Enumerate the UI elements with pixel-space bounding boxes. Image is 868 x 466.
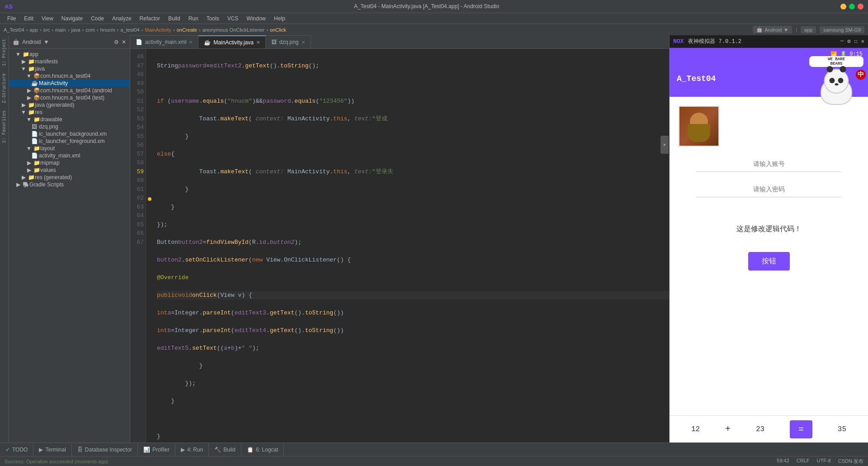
code-line-58: @Override (157, 273, 669, 282)
tab-close-icon[interactable]: ✕ (302, 40, 305, 45)
vtab-project[interactable]: 1: Project (0, 35, 8, 70)
bottom-tab-todo[interactable]: ✓ TODO (0, 443, 33, 456)
title-bar: AS A_Test04 - MainActivity.java [A_Test0… (0, 0, 868, 13)
password-input[interactable] (697, 181, 841, 197)
folder-icon: 📁 (23, 51, 29, 57)
bottom-tab-logcat[interactable]: 📋 6: Logcat (241, 443, 284, 456)
tree-item-package-android[interactable]: ▶ 📦 com.hnucm.a_test04 (android (9, 87, 130, 94)
menu-edit[interactable]: Edit (20, 14, 37, 23)
code-line-67: } (157, 432, 669, 441)
calc-equals-button[interactable]: = (790, 420, 812, 438)
menu-file[interactable]: File (4, 14, 19, 23)
breadcrumb-app[interactable]: app (30, 27, 38, 33)
breadcrumb-class[interactable]: MainActivity (145, 27, 171, 33)
minimize-btn[interactable] (840, 4, 846, 10)
folder-icon: 📁 (28, 102, 35, 108)
status-line-endings: CRLF (797, 458, 810, 465)
bottom-tab-database-inspector[interactable]: 🗄 Database Inspector (72, 443, 138, 456)
tree-item-layout[interactable]: ▼ 📁 layout (9, 145, 130, 152)
code-content[interactable]: String password=editText2.getText().toSt… (153, 49, 669, 442)
tab-mainactivity-java[interactable]: ☕ MainActivity.java ✕ (198, 35, 265, 48)
tree-item-gradle[interactable]: ▶ 🐘 Gradle Scripts (9, 181, 130, 188)
nox-controls[interactable]: ─ ⚙ ☐ ✕ (840, 38, 864, 45)
code-line-60: int a=Integer.parseInt(editText3.getText… (157, 309, 669, 318)
app-selector[interactable]: app (801, 26, 816, 33)
folder-icon: 📁 (28, 66, 35, 72)
side-control-btn[interactable]: ✕ (660, 136, 669, 154)
bottom-tab-terminal[interactable]: ▶ Terminal (33, 443, 71, 456)
username-input[interactable] (697, 156, 841, 172)
line-numbers: 46 47 48 49 50 51 52 53 54 55 56 57 58 5… (130, 49, 146, 442)
menu-analyze[interactable]: Analyze (108, 14, 135, 23)
tree-item-launcher-bg[interactable]: 📄 ic_launcher_background.xm (9, 130, 130, 138)
code-line-66 (157, 414, 669, 423)
bottom-tab-build[interactable]: 🔨 Build (209, 443, 241, 456)
menu-refactor[interactable]: Refactor (136, 14, 164, 23)
tree-item-values[interactable]: ▶ 📁 values (9, 166, 130, 174)
project-panel-header: 🤖 Android ▼ ⚙ ✕ (9, 35, 130, 49)
expand-icon: ▼ (14, 51, 22, 57)
tree-item-res[interactable]: ▼ 📁 res (9, 109, 130, 116)
code-line-50: } (157, 132, 669, 141)
tree-item-package-test[interactable]: ▶ 📦 com.hnucm.a_test04 (test) (9, 94, 130, 101)
menu-build[interactable]: Build (165, 14, 184, 23)
tab-dzq-png[interactable]: 🖼 dzq.png ✕ (266, 35, 311, 48)
tree-item-dzq-png[interactable]: 🖼 dzq.png (9, 123, 130, 130)
code-editor[interactable]: 46 47 48 49 50 51 52 53 54 55 56 57 58 5… (130, 49, 669, 442)
tree-item-manifests[interactable]: ▶ 📁 manifests (9, 58, 130, 65)
bottom-tab-run[interactable]: ▶ 4: Run (175, 443, 209, 456)
code-line-64: }); (157, 379, 669, 388)
vtab-favorites[interactable]: 2: Favorites (0, 107, 8, 147)
tree-item-java-generated[interactable]: ▶ 📁 java (generated) (9, 101, 130, 109)
vtab-structure[interactable]: Z-Structure (0, 70, 8, 107)
code-line-46: String password=editText2.getText().toSt… (157, 62, 669, 71)
tab-close-icon[interactable]: ✕ (256, 40, 260, 45)
menu-window[interactable]: Window (243, 14, 269, 23)
menu-vcs[interactable]: VCS (224, 14, 242, 23)
menu-help[interactable]: Help (270, 14, 289, 23)
phone-content: 这是修改逻辑代码！ 按钮 (670, 97, 868, 415)
tree-item-launcher-fg[interactable]: 📄 ic_launcher_foreground.xm (9, 138, 130, 145)
tab-activity-main-xml[interactable]: 📄 activity_main.xml ✕ (130, 35, 198, 48)
panel-close-icon[interactable]: ✕ (122, 39, 126, 45)
tree-item-package[interactable]: ▼ 📦 com.hnucm.a_test04 (9, 72, 130, 80)
tree-item-java[interactable]: ▼ 📁 java (9, 65, 130, 72)
phone-screen: 📶 🔋 9:15 A_Test04 WE BAREBEARS (670, 48, 868, 442)
tree-item-mipmap[interactable]: ▶ 📁 mipmap (9, 159, 130, 166)
tree-item-mainactivity[interactable]: ☕ MainActivity (9, 80, 130, 87)
nox-restore-icon[interactable]: ☐ (854, 38, 858, 45)
tree-item-app[interactable]: ▼ 📁 app (9, 51, 130, 58)
code-line-52: Toast.makeText( context: MainActivity.th… (157, 167, 669, 176)
menu-view[interactable]: View (38, 14, 57, 23)
device-selector[interactable]: samsung SM-G9 (820, 26, 864, 33)
phone-action-button[interactable]: 按钮 (748, 252, 790, 271)
breadcrumb-project[interactable]: A_Test04 (4, 27, 24, 33)
tab-close-icon[interactable]: ✕ (189, 40, 193, 45)
android-selector[interactable]: 🤖 Android ▼ (753, 26, 792, 33)
code-line-65: } (157, 397, 669, 406)
tree-item-drawable[interactable]: ▼ 📁 drawable (9, 116, 130, 123)
close-btn[interactable] (858, 4, 863, 10)
menu-tools[interactable]: Tools (203, 14, 223, 23)
phone-bottom-bar: 12 + 23 = 35 (670, 415, 868, 442)
app-logo: AS (5, 3, 13, 10)
nox-close-icon[interactable]: ✕ (861, 38, 864, 45)
code-line-47 (157, 79, 669, 88)
menu-navigate[interactable]: Navigate (58, 14, 86, 23)
package-icon: 📦 (33, 87, 40, 94)
project-tree: ▼ 📁 app ▶ 📁 manifests ▼ 📁 java (9, 49, 130, 442)
code-line-48: if (username.equals("hnucm")&&password.e… (157, 97, 669, 106)
panel-settings-icon[interactable]: ⚙ (114, 39, 119, 45)
bottom-tab-profiler[interactable]: 📊 Profiler (138, 443, 175, 456)
nox-minimize-icon[interactable]: ─ (840, 38, 844, 45)
menu-run[interactable]: Run (185, 14, 202, 23)
nox-logo: NOX (673, 38, 684, 45)
menu-code[interactable]: Code (87, 14, 108, 23)
maximize-btn[interactable] (849, 4, 855, 10)
status-message: Success: Operation succeeded (moments ag… (5, 459, 108, 464)
window-controls[interactable] (840, 4, 863, 10)
status-right: 59:42 CRLF UTF-8 CSDN·发布 (777, 458, 863, 465)
tree-item-activity-main-xml[interactable]: 📄 activity_main.xml (9, 152, 130, 159)
nox-settings-icon[interactable]: ⚙ (847, 38, 850, 45)
tree-item-res-generated[interactable]: ▶ 📁 res (generated) (9, 174, 130, 181)
